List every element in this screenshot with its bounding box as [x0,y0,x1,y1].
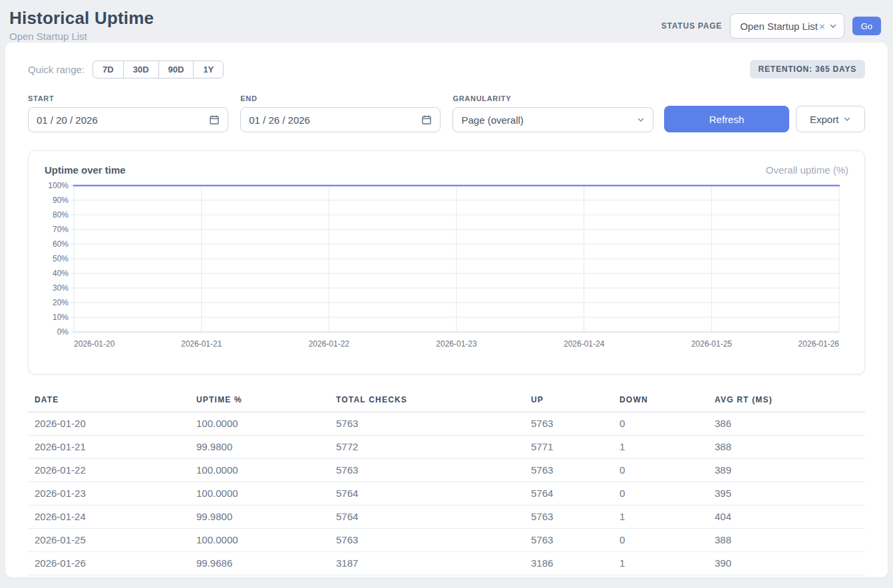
table-header-row: DATEUPTIME %TOTAL CHECKSUPDOWNAVG RT (MS… [28,389,865,412]
table-cell: 5764 [329,506,524,529]
quick-range-button-1y[interactable]: 1Y [193,61,224,78]
table-row: 2026-01-25100.0000576357630388 [28,529,865,552]
granularity-label: GRANULARITY [452,94,653,102]
table-cell: 404 [708,506,865,529]
table-cell: 5763 [524,459,613,482]
column-header: DATE [28,389,190,412]
table-cell: 5763 [329,412,524,436]
svg-text:80%: 80% [53,210,69,220]
table-cell: 389 [708,459,865,482]
table-cell: 100.0000 [190,482,329,506]
refresh-button[interactable]: Refresh [664,106,790,132]
chart-header: Uptime over time Overall uptime (%) [29,151,864,180]
column-header: AVG RT (MS) [708,389,865,412]
table-row: 2026-01-20100.0000576357630386 [28,412,865,436]
page-subtitle: Open Startup List [9,31,154,42]
svg-text:2026-01-24: 2026-01-24 [564,339,605,349]
svg-text:40%: 40% [53,269,69,278]
granularity-field: GRANULARITY Page (overall) [452,94,653,132]
header-titles: Historical Uptime Open Startup List [9,8,154,42]
table-cell: 5763 [524,506,613,529]
table-cell: 395 [708,482,865,506]
table-row: 2026-01-22100.0000576357630389 [28,459,865,482]
table-cell: 99.9800 [190,506,329,529]
chevron-down-icon [829,22,837,30]
table-cell: 3186 [524,552,613,575]
granularity-selected-value: Page (overall) [461,114,636,126]
svg-text:2026-01-23: 2026-01-23 [436,339,477,349]
quick-range-button-7d[interactable]: 7D [92,61,124,78]
table-cell: 1 [613,506,708,529]
svg-text:90%: 90% [53,196,69,205]
main-panel: Quick range: 7D30D90D1Y RETENTION: 365 D… [5,43,888,577]
table-cell: 1 [613,436,708,459]
table-cell: 2026-01-23 [28,482,190,506]
start-date-field: START 01 / 20 / 2026 [28,94,228,132]
table-cell: 5763 [329,459,524,482]
table-cell: 390 [708,552,865,575]
start-date-input[interactable]: 01 / 20 / 2026 [28,107,228,132]
quick-range-row: Quick range: 7D30D90D1Y RETENTION: 365 D… [28,60,865,78]
table-row: 2026-01-2499.9800576457631404 [28,506,865,529]
go-button[interactable]: Go [852,17,881,35]
svg-text:100%: 100% [48,181,69,190]
table-cell: 99.9800 [190,436,329,459]
table-row: 2026-01-2199.9800577257711388 [28,436,865,459]
calendar-icon[interactable] [421,114,432,125]
table-cell: 2026-01-25 [28,529,190,552]
svg-text:30%: 30% [53,283,69,293]
table-cell: 2026-01-22 [28,459,190,482]
quick-range-group: 7D30D90D1Y [92,61,224,78]
status-page-select[interactable]: Open Startup List × [730,13,844,39]
table-cell: 0 [613,529,708,552]
retention-badge: RETENTION: 365 DAYS [750,60,865,78]
quick-range-button-90d[interactable]: 90D [158,61,194,78]
table-cell: 386 [708,412,865,436]
chevron-down-icon [637,116,645,124]
column-header: UP [524,389,613,412]
table-cell: 5764 [329,482,524,506]
svg-text:70%: 70% [53,225,69,234]
quick-range-label: Quick range: [28,64,85,75]
svg-text:0%: 0% [57,327,69,337]
svg-text:2026-01-25: 2026-01-25 [691,339,733,349]
svg-text:2026-01-26: 2026-01-26 [799,339,840,349]
chart-legend: Overall uptime (%) [766,164,848,176]
table-cell: 5764 [524,482,613,506]
header-right: STATUS PAGE Open Startup List × Go [661,13,881,39]
table-cell: 5763 [524,412,613,436]
end-date-label: END [240,94,441,102]
clear-selection-icon[interactable]: × [819,21,825,32]
table-cell: 0 [613,459,708,482]
status-page-label: STATUS PAGE [661,21,722,31]
table-cell: 5763 [329,529,524,552]
svg-text:2026-01-22: 2026-01-22 [309,339,350,349]
calendar-icon[interactable] [209,114,220,125]
end-date-value: 01 / 26 / 2026 [249,114,421,126]
column-header: TOTAL CHECKS [329,389,524,412]
export-button[interactable]: Export [796,106,865,132]
uptime-table: DATEUPTIME %TOTAL CHECKSUPDOWNAVG RT (MS… [28,389,865,575]
quick-range-button-30d[interactable]: 30D [123,61,159,78]
chart-title: Uptime over time [45,164,126,176]
svg-text:20%: 20% [53,298,69,307]
export-button-label: Export [810,114,838,125]
start-date-value: 01 / 20 / 2026 [37,114,209,126]
table-cell: 5771 [524,436,613,459]
end-date-input[interactable]: 01 / 26 / 2026 [240,107,441,132]
uptime-chart-card: Uptime over time Overall uptime (%) 0%10… [28,150,865,374]
start-date-label: START [28,94,228,102]
end-date-field: END 01 / 26 / 2026 [240,94,441,132]
table-row: 2026-01-23100.0000576457640395 [28,482,865,506]
table-cell: 100.0000 [190,529,329,552]
svg-text:2026-01-20: 2026-01-20 [74,339,115,349]
page-title: Historical Uptime [9,8,154,29]
table-cell: 0 [613,482,708,506]
table-cell: 388 [708,529,865,552]
granularity-select[interactable]: Page (overall) [452,107,653,132]
table-cell: 2026-01-20 [28,412,190,436]
column-header: DOWN [613,389,708,412]
table-cell: 3187 [329,552,524,575]
table-cell: 100.0000 [190,412,329,436]
status-page-selected-value: Open Startup List [740,21,818,32]
